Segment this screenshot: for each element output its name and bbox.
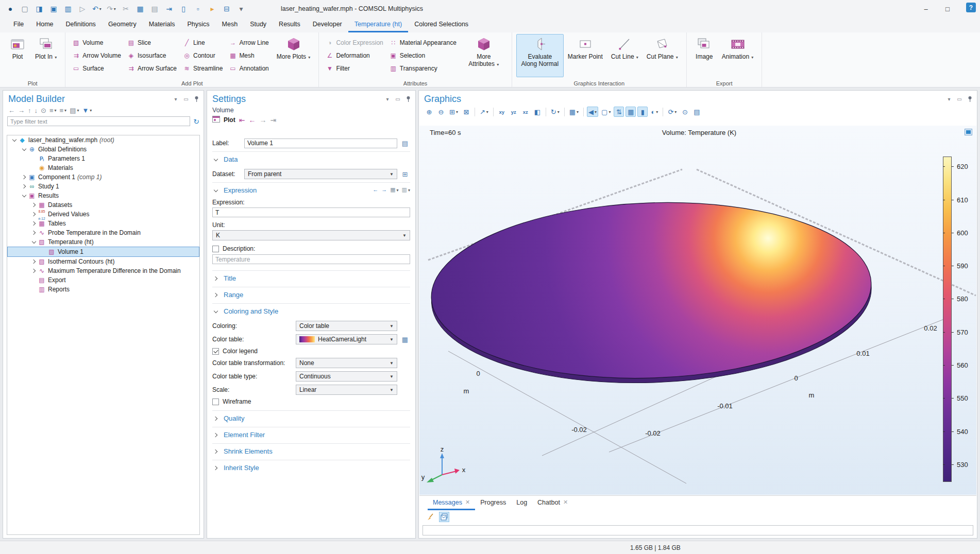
tab-file[interactable]: File — [7, 18, 30, 32]
ribbon-button-more-attributes[interactable]: More Attributes ▾ — [460, 34, 508, 77]
chevron-right-icon[interactable] — [30, 211, 38, 218]
panel-menu-icon[interactable]: ▾ — [173, 96, 179, 102]
move-up-button[interactable]: ↑ — [28, 107, 31, 114]
tree-item-study-1[interactable]: ∞Study 1 — [7, 182, 199, 191]
move-down-button[interactable]: ↓ — [35, 107, 38, 114]
redo-icon[interactable]: ↷ ▾ — [105, 3, 117, 15]
chevron-right-icon[interactable] — [21, 174, 28, 181]
color-table-transformation-select[interactable]: None▼ — [296, 358, 397, 368]
ribbon-button-mesh[interactable]: ▦Mesh — [226, 49, 271, 62]
chevron-down-icon[interactable] — [21, 192, 28, 199]
ribbon-button-isosurface[interactable]: ◈Isosurface — [125, 49, 179, 62]
section-inherit-style[interactable]: Inherit Style — [212, 460, 410, 474]
ribbon-button-image[interactable]: Image — [691, 34, 718, 77]
tab-definitions[interactable]: Definitions — [60, 18, 102, 32]
wireframe-checkbox[interactable] — [212, 399, 219, 405]
transparency-toggle-button[interactable]: ▢▾ — [600, 107, 612, 117]
node-text-button[interactable]: ▤▾ — [70, 107, 79, 114]
float-panel-icon[interactable]: ▭ — [956, 96, 962, 102]
ribbon-button-marker-point[interactable]: Marker Point — [564, 34, 607, 77]
color-table-select[interactable]: HeatCameraLight▼ — [296, 334, 397, 344]
pin-icon[interactable] — [967, 96, 973, 103]
last-step-icon[interactable]: ⇥ — [270, 116, 276, 124]
tab-temperature-ht[interactable]: Temperature (ht) — [348, 18, 408, 32]
tree-item-export[interactable]: ▤Export — [7, 275, 199, 285]
go-to-default-view-button[interactable]: ↗▾ — [478, 107, 490, 117]
tree-item-probe-temperature-in-the-domain[interactable]: ∿Probe Temperature in the Domain — [7, 228, 199, 237]
rename-icon[interactable]: ▤ — [400, 138, 410, 148]
ribbon-button-transparency[interactable]: ▥Transparency — [387, 62, 459, 75]
delete-icon[interactable]: ▯ — [177, 3, 190, 15]
previous-step-icon[interactable]: ← — [248, 116, 256, 124]
show-button[interactable]: ⊙ — [41, 107, 46, 114]
ribbon-button-selection[interactable]: ▣Selection — [387, 49, 459, 62]
tree-item-materials[interactable]: ◉Materials — [7, 163, 199, 172]
expression-menu-icon[interactable]: ▥▾ — [402, 186, 410, 193]
first-step-icon[interactable]: ⇤ — [239, 116, 245, 124]
float-panel-icon[interactable]: ▭ — [395, 96, 401, 102]
color-table-editor-icon[interactable]: ▦ — [400, 334, 410, 344]
description-checkbox[interactable] — [212, 246, 219, 252]
insert-expression-icon[interactable]: ▦▾ — [390, 186, 398, 193]
ribbon-button-arrow-surface[interactable]: ⇉Arrow Surface — [125, 62, 179, 75]
collapse-all-button[interactable]: ≡▾ — [49, 107, 57, 114]
undo-icon[interactable]: ↶ ▾ — [91, 3, 103, 15]
tree-item-volume-1[interactable]: ▧Volume 1 — [7, 247, 199, 257]
tab-mesh[interactable]: Mesh — [216, 18, 244, 32]
coloring-select[interactable]: Color table▼ — [296, 321, 397, 331]
tree-item-derived-values[interactable]: 8.85e-12Derived Values — [7, 210, 199, 219]
float-panel-icon[interactable]: ▭ — [183, 96, 189, 102]
expression-input[interactable] — [212, 207, 410, 217]
description-input[interactable] — [212, 254, 410, 264]
import-icon[interactable]: ⇥ — [163, 3, 175, 15]
chevron-down-icon[interactable] — [11, 136, 18, 144]
tree-item-laser-heating-wafer-mph[interactable]: ◆laser_heating_wafer.mph(root) — [7, 135, 199, 145]
select-box-icon[interactable]: ▫ — [192, 3, 204, 15]
filter-tree-button[interactable]: ▼▾ — [82, 107, 92, 114]
panel-menu-icon[interactable]: ▾ — [946, 96, 952, 102]
ribbon-button-line[interactable]: ╱Line — [180, 36, 225, 49]
chevron-right-icon[interactable] — [30, 229, 38, 236]
ribbon-button-cut-plane[interactable]: Cut Plane ▾ — [643, 34, 682, 77]
go-to-xz-view-button[interactable]: xz — [520, 107, 531, 117]
rotate-view-button[interactable]: ↻▾ — [549, 107, 561, 117]
ribbon-button-contour[interactable]: ◎Contour — [180, 49, 225, 62]
label-field[interactable] — [244, 138, 397, 148]
tree-item-maximum-temperature-difference-in-the-domain[interactable]: ∿Maximum Temperature Difference in the D… — [7, 266, 199, 275]
tab-messages[interactable]: Messages✕ — [428, 496, 475, 510]
ribbon-button-annotation[interactable]: ▭Annotation — [226, 62, 271, 75]
scale-select[interactable]: Linear▼ — [296, 385, 397, 395]
pick-icon[interactable]: ▸ — [206, 3, 218, 15]
show-message-window-icon[interactable] — [439, 512, 449, 522]
section-coloring-style[interactable]: Coloring and Style — [212, 303, 410, 318]
ribbon-button-color-expression[interactable]: ◑Color Expression — [323, 36, 385, 49]
tab-log[interactable]: Log — [511, 496, 532, 510]
section-expression[interactable]: Expression ← → ▦▾ ▥▾ — [212, 182, 410, 197]
app-icon[interactable]: ● — [4, 3, 16, 15]
ribbon-button-surface[interactable]: ▭Surface — [70, 62, 124, 75]
expand-all-button[interactable]: ≡▾ — [60, 107, 67, 114]
ribbon-button-filter[interactable]: ▼Filter — [323, 62, 385, 75]
prev-expression-icon[interactable]: ← — [373, 186, 378, 193]
tab-physics[interactable]: Physics — [181, 18, 215, 32]
chevron-right-icon[interactable] — [30, 258, 38, 265]
cut-icon[interactable]: ✂ — [120, 3, 132, 15]
ribbon-button-cut-line[interactable]: Cut Line ▾ — [607, 34, 643, 77]
ribbon-button-more-plots[interactable]: More Plots ▾ — [273, 34, 315, 77]
forward-button[interactable]: → — [18, 107, 25, 114]
chevron-right-icon[interactable] — [30, 220, 38, 227]
section-shrink-elements[interactable]: Shrink Elements — [212, 443, 410, 458]
tab-colored-selections[interactable]: Colored Selections — [408, 18, 475, 32]
close-icon[interactable]: ✕ — [563, 499, 568, 506]
open-file-icon[interactable]: ◨ — [33, 3, 45, 15]
tab-chatbot[interactable]: Chatbot✕ — [532, 496, 573, 510]
tab-progress[interactable]: Progress — [475, 496, 511, 510]
ribbon-button-material-appearance[interactable]: ∷Material Appearance — [387, 36, 459, 49]
tree-item-results[interactable]: ▣Results — [7, 191, 199, 200]
paste-icon[interactable]: ▤ — [148, 3, 161, 15]
show-legend-button[interactable]: ▮ — [637, 107, 648, 117]
zoom-box-button[interactable]: ⊞▾ — [448, 107, 460, 117]
sound-button[interactable]: ◀▾ — [587, 107, 598, 117]
ribbon-button-deformation[interactable]: ∠Deformation — [323, 49, 385, 62]
tab-home[interactable]: Home — [30, 18, 59, 32]
